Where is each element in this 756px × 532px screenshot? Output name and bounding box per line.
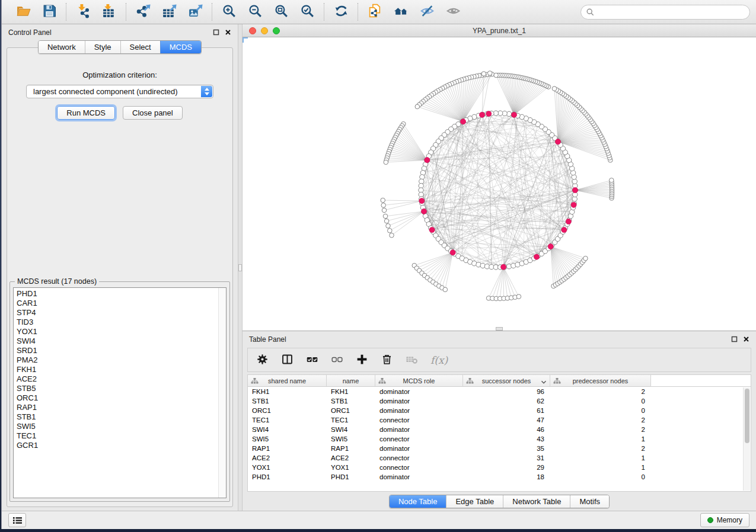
export-network-button[interactable] <box>132 2 154 21</box>
table-cell[interactable]: PHD1 <box>327 472 375 482</box>
mcds-node-item[interactable]: CAR1 <box>17 299 226 308</box>
table-cell[interactable]: 18 <box>463 472 550 482</box>
table-cell[interactable]: RAP1 <box>327 444 375 453</box>
table-cell[interactable]: 35 <box>463 444 550 453</box>
table-cell[interactable]: SWI4 <box>327 425 375 434</box>
column-header-predecessor-nodes[interactable]: predecessor nodes <box>550 375 651 387</box>
table-cell[interactable]: SWI5 <box>327 434 375 444</box>
table-cell[interactable]: FKH1 <box>327 387 375 396</box>
network-canvas[interactable] <box>243 37 756 331</box>
table-cell[interactable]: YOX1 <box>248 463 327 472</box>
table-cell[interactable]: 0 <box>550 396 651 406</box>
show-all-button[interactable] <box>442 2 464 21</box>
close-panel-button[interactable]: Close panel <box>123 106 183 120</box>
table-row[interactable]: FKH1FKH1dominator962 <box>248 387 751 396</box>
table-row[interactable]: SWI4SWI4dominator462 <box>248 425 751 434</box>
table-cell[interactable]: STB1 <box>248 396 327 406</box>
panel-menu-button[interactable] <box>8 513 26 527</box>
mcds-node-item[interactable]: SWI5 <box>17 422 226 431</box>
tab-node-table[interactable]: Node Table <box>390 495 446 508</box>
table-cell[interactable]: 2 <box>550 425 651 434</box>
table-cell[interactable]: 43 <box>463 434 550 444</box>
column-header-name[interactable]: name <box>327 375 375 387</box>
import-network-button[interactable] <box>72 2 94 21</box>
table-cell[interactable]: TEC1 <box>327 415 375 425</box>
table-row[interactable]: ACE2ACE2connector311 <box>248 453 751 463</box>
mcds-node-item[interactable]: TID3 <box>17 318 226 327</box>
splitter-handle[interactable] <box>238 264 242 271</box>
table-cell[interactable]: 0 <box>550 406 651 415</box>
zoom-selected-button[interactable] <box>296 2 318 21</box>
table-cell[interactable]: 96 <box>463 387 550 396</box>
table-cell[interactable]: 1 <box>550 453 651 463</box>
float-panel-icon[interactable] <box>731 336 738 342</box>
table-cell[interactable]: 47 <box>463 415 550 425</box>
mcds-node-item[interactable]: ACE2 <box>17 374 226 384</box>
run-mcds-button[interactable]: Run MCDS <box>57 106 115 120</box>
network-graph[interactable] <box>243 37 756 331</box>
tab-network-table[interactable]: Network Table <box>503 495 570 508</box>
unselect-all-button[interactable] <box>331 353 343 367</box>
vertical-splitter[interactable] <box>238 24 243 511</box>
close-panel-icon[interactable] <box>743 336 749 342</box>
mcds-result-list[interactable]: PHD1CAR1STP4TID3YOX1SWI4SRD1PMA2FKH1ACE2… <box>13 287 227 498</box>
table-cell[interactable]: 62 <box>463 396 550 406</box>
delete-table-button[interactable] <box>406 353 418 367</box>
table-cell[interactable]: ORC1 <box>248 406 327 415</box>
memory-button[interactable]: Memory <box>700 513 749 527</box>
network-snapshot-button[interactable] <box>364 2 385 21</box>
delete-column-button[interactable] <box>381 353 393 367</box>
table-cell[interactable]: 2 <box>550 415 651 425</box>
table-cell[interactable]: PHD1 <box>248 472 327 482</box>
optimization-criterion-select[interactable]: largest connected component (undirected) <box>26 85 213 98</box>
window-minimize-button[interactable] <box>261 27 268 34</box>
mcds-node-item[interactable]: YOX1 <box>17 327 226 336</box>
tab-select[interactable]: Select <box>120 41 160 53</box>
mcds-node-item[interactable]: SWI4 <box>17 336 226 346</box>
table-cell[interactable]: 61 <box>463 406 550 415</box>
mcds-node-item[interactable]: PMA2 <box>17 355 226 365</box>
table-cell[interactable]: 0 <box>550 472 651 482</box>
mcds-node-item[interactable]: RAP1 <box>17 403 226 412</box>
table-cell[interactable]: 31 <box>463 453 550 463</box>
open-file-button[interactable] <box>12 2 34 21</box>
table-cell[interactable]: TEC1 <box>248 415 327 425</box>
table-cell[interactable]: dominator <box>375 396 463 406</box>
table-cell[interactable]: 29 <box>463 463 550 472</box>
table-cell[interactable]: FKH1 <box>248 387 327 396</box>
table-row[interactable]: YOX1YOX1connector291 <box>248 463 751 472</box>
table-cell[interactable]: ACE2 <box>327 453 375 463</box>
table-cell[interactable]: ORC1 <box>327 406 375 415</box>
table-cell[interactable]: connector <box>375 415 463 425</box>
mcds-node-item[interactable]: FKH1 <box>17 365 226 374</box>
mcds-node-item[interactable]: STP4 <box>17 308 226 318</box>
import-table-button[interactable] <box>98 2 120 21</box>
save-session-button[interactable] <box>39 2 60 21</box>
tab-style[interactable]: Style <box>85 41 120 53</box>
add-column-button[interactable] <box>356 353 368 367</box>
select-all-button[interactable] <box>306 353 318 367</box>
table-scrollbar[interactable] <box>743 387 750 491</box>
table-row[interactable]: SWI5SWI5connector431 <box>248 434 751 444</box>
table-cell[interactable]: dominator <box>375 387 463 396</box>
table-cell[interactable]: 1 <box>550 434 651 444</box>
table-cell[interactable]: connector <box>375 463 463 472</box>
window-close-button[interactable] <box>249 27 256 34</box>
table-cell[interactable]: dominator <box>375 406 463 415</box>
table-cell[interactable]: 2 <box>550 387 651 396</box>
float-panel-icon[interactable] <box>213 29 219 36</box>
hide-selected-button[interactable] <box>416 2 438 21</box>
export-image-button[interactable] <box>184 2 206 21</box>
mcds-node-item[interactable]: PHD1 <box>17 289 226 299</box>
table-cell[interactable]: RAP1 <box>248 444 327 453</box>
table-row[interactable]: STB1STB1dominator620 <box>248 396 751 406</box>
table-cell[interactable]: connector <box>375 434 463 444</box>
mcds-list-scrollbar[interactable] <box>218 288 226 498</box>
mcds-node-item[interactable]: ORC1 <box>17 393 226 403</box>
column-header-shared-name[interactable]: shared name <box>248 375 327 387</box>
table-cell[interactable]: ACE2 <box>248 453 327 463</box>
search-input[interactable] <box>598 8 744 16</box>
split-columns-button[interactable] <box>281 353 294 367</box>
scrollbar-thumb[interactable] <box>745 389 749 443</box>
table-settings-button[interactable] <box>256 353 269 367</box>
